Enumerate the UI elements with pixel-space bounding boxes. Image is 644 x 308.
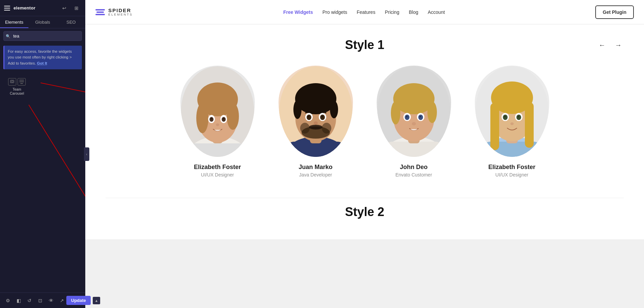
sidebar-tabs: Elements Globals SEO <box>0 16 85 28</box>
svg-point-32 <box>309 125 323 129</box>
sidebar-header: elementor ↩ ⊞ <box>0 0 85 16</box>
navbar: SPIDER ELEMENTS Free Widgets Pro widgets… <box>85 0 644 24</box>
sidebar-bottom: ⚙ ◧ ↺ ⊡ 👁 ↗ Update ▲ <box>0 292 85 308</box>
update-button[interactable]: Update <box>66 296 91 305</box>
sidebar-header-left: elementor <box>4 5 36 10</box>
widget-area: Team Carousel <box>0 71 85 292</box>
style2-title: Style 2 <box>106 205 624 219</box>
style2-section: Style 2 <box>106 198 624 219</box>
member-role-2: Java Developer <box>299 172 332 177</box>
style1-header: Style 1 ← → <box>106 38 624 52</box>
nav-pricing[interactable]: Pricing <box>385 9 399 15</box>
svg-point-54 <box>412 122 416 125</box>
member-name-1: Elizabeth Foster <box>194 164 241 171</box>
svg-rect-23 <box>287 142 345 157</box>
nav-free-widgets[interactable]: Free Widgets <box>283 9 313 15</box>
svg-point-18 <box>223 118 224 119</box>
page-body: Style 1 ← → <box>85 24 644 239</box>
svg-point-36 <box>320 115 325 120</box>
svg-point-50 <box>405 115 409 120</box>
layers-icon[interactable]: ◧ <box>14 296 23 305</box>
header-icons: ↩ ⊞ <box>60 3 81 13</box>
style1-title: Style 1 <box>133 38 597 52</box>
svg-point-53 <box>420 116 421 117</box>
svg-point-69 <box>518 116 519 117</box>
team-card-3: John Deo Envato Customer <box>370 66 458 177</box>
brand-logo-icon <box>95 9 105 15</box>
nav-account[interactable]: Account <box>428 9 445 15</box>
svg-point-47 <box>427 101 437 123</box>
get-plugin-button[interactable]: Get Plugin <box>595 5 634 19</box>
svg-point-51 <box>418 115 423 120</box>
brand-text: SPIDER ELEMENTS <box>108 8 133 16</box>
carousel-nav-arrows: ← → <box>597 40 624 50</box>
avatar-1 <box>180 66 255 157</box>
team-carousel-widget[interactable]: Team Carousel <box>3 75 30 98</box>
brand-sub: ELEMENTS <box>108 13 133 16</box>
svg-point-35 <box>307 115 311 120</box>
team-card-1: Elizabeth Foster UI/UX Designer <box>174 66 262 177</box>
bottom-icons: ⚙ ◧ ↺ ⊡ 👁 ↗ <box>3 296 66 305</box>
avatar-3 <box>377 66 451 157</box>
chevron-up-icon[interactable]: ▲ <box>93 297 100 304</box>
svg-point-17 <box>211 118 212 119</box>
info-banner: For easy access, favorite the widgets yo… <box>3 46 82 69</box>
member-name-2: Juan Marko <box>298 164 332 171</box>
preview-icon[interactable]: 👁 <box>47 296 55 305</box>
svg-point-1 <box>12 80 13 82</box>
undo-icon[interactable]: ↩ <box>60 3 69 13</box>
search-box <box>0 28 85 44</box>
share-icon[interactable]: ↗ <box>58 296 66 305</box>
svg-rect-62 <box>525 102 534 148</box>
svg-point-70 <box>510 122 514 125</box>
svg-point-37 <box>308 116 309 117</box>
navbar-brand: SPIDER ELEMENTS <box>95 8 133 16</box>
nav-pro-widgets[interactable]: Pro widgets <box>323 9 347 15</box>
logo-line-2 <box>96 11 104 13</box>
svg-point-39 <box>314 121 318 125</box>
tab-seo[interactable]: SEO <box>57 16 85 28</box>
svg-point-27 <box>293 100 302 119</box>
team-card-2: Juan Marko Java Developer <box>272 66 360 177</box>
avatar-2 <box>279 66 353 157</box>
svg-point-11 <box>196 103 208 133</box>
grid-view-icon[interactable]: ⊞ <box>72 3 81 13</box>
nav-features[interactable]: Features <box>357 9 375 15</box>
settings-icon[interactable]: ⚙ <box>3 296 12 305</box>
widget-label: Team Carousel <box>5 87 28 95</box>
svg-point-30 <box>300 123 310 134</box>
sidebar: elementor ↩ ⊞ Elements Globals SEO For e… <box>0 0 85 308</box>
hamburger-icon[interactable] <box>4 6 10 10</box>
widget-icon-frame <box>8 78 16 86</box>
tab-globals[interactable]: Globals <box>28 16 57 28</box>
svg-point-67 <box>516 115 521 120</box>
search-input[interactable] <box>3 31 82 41</box>
member-role-1: UI/UX Designer <box>201 172 234 177</box>
widget-icon-group <box>8 78 26 86</box>
svg-rect-63 <box>493 99 531 106</box>
team-card-4: Elizabeth Foster UI/UX Designer <box>468 66 556 177</box>
svg-rect-61 <box>490 103 499 150</box>
member-role-3: Envato Customer <box>395 172 432 177</box>
avatar-4 <box>475 66 549 157</box>
nav-blog[interactable]: Blog <box>409 9 418 15</box>
main-content: SPIDER ELEMENTS Free Widgets Pro widgets… <box>85 0 644 308</box>
search-wrapper <box>3 31 82 41</box>
history-icon[interactable]: ↺ <box>25 296 34 305</box>
svg-point-68 <box>504 116 506 117</box>
svg-point-66 <box>503 115 508 120</box>
responsive-icon[interactable]: ⊡ <box>36 296 45 305</box>
next-arrow[interactable]: → <box>613 40 624 50</box>
svg-point-52 <box>406 116 407 117</box>
member-name-3: John Deo <box>400 164 427 171</box>
member-name-4: Elizabeth Foster <box>488 164 535 171</box>
svg-point-19 <box>216 123 219 126</box>
svg-point-12 <box>227 103 239 130</box>
prev-arrow[interactable]: ← <box>597 40 607 50</box>
got-it-link[interactable]: Got It <box>37 61 47 65</box>
collapse-handle[interactable]: ‹ <box>84 147 89 161</box>
tab-elements[interactable]: Elements <box>0 16 28 28</box>
svg-point-28 <box>330 101 338 118</box>
brand-name: SPIDER <box>108 8 133 13</box>
navbar-nav: Free Widgets Pro widgets Features Pricin… <box>283 9 445 15</box>
